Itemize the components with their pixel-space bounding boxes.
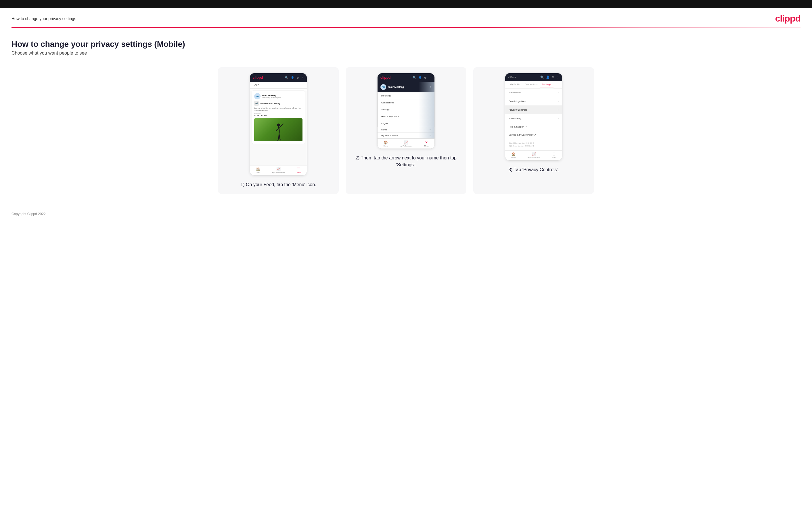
bottom-home-2: 🏠 Home [383, 140, 388, 147]
duration-value: 01 hr : 30 min [254, 115, 303, 117]
menu-arrow-up-icon: ∧ [429, 86, 432, 89]
phone-logo-1: clippd [253, 75, 263, 79]
bottom-home: 🏠 Home [256, 167, 260, 173]
tab-myprofile[interactable]: My Profile [507, 81, 522, 88]
menu-label: Menu [297, 172, 301, 173]
home-icon-3: 🏠 [511, 152, 515, 156]
menu-item-logout[interactable]: Logout [378, 120, 434, 127]
privacycontrols-label: Privacy Controls [509, 109, 527, 111]
golfer-silhouette [273, 123, 284, 141]
bottom-menu-3: ☰ Menu [552, 152, 556, 159]
settings-row-privacycontrols[interactable]: Privacy Controls › [505, 106, 562, 114]
myaccount-label: My Account [509, 91, 520, 94]
phone-bottom-bar-2: 🏠 Home 📈 My Performance ✕ Menu [377, 138, 435, 149]
feed-author-info: Blair McHarg Yesterday · Sunningdale [262, 94, 281, 99]
dots-icon-3: ⋮ [556, 75, 559, 79]
client-version: Clippd Client Version: 2022.8.3-3 [509, 142, 559, 145]
phone-nav-1: clippd 🔍 👤 ⊕ ⋮ [250, 73, 307, 82]
settings-tabs: My Profile Connections Settings [505, 81, 562, 89]
phone-nav-icons-1: 🔍 👤 ⊕ ⋮ [285, 76, 304, 79]
menu-section-home-label: Home [381, 128, 387, 131]
chevron-right-myaccount-icon: › [558, 91, 559, 94]
menu-user-left: BM Blair McHarg [380, 84, 404, 90]
performance-label-2: My Performance [400, 145, 412, 147]
menu-item-connections-label: Connections [381, 101, 394, 104]
header: How to change your privacy settings clip… [0, 8, 812, 27]
search-icon: 🔍 [285, 76, 289, 79]
phone-mockup-3: < Back 🔍 👤 ⊕ ⋮ My Profile Connections Se… [505, 73, 562, 161]
settings-row-myaccount[interactable]: My Account › [505, 89, 562, 97]
helpsupport-label: Help & Support ↗ [509, 125, 527, 128]
step-3-text: 3) Tap 'Privacy Controls'. [508, 166, 559, 173]
step-card-3: < Back 🔍 👤 ⊕ ⋮ My Profile Connections Se… [473, 67, 594, 194]
tab-settings[interactable]: Settings [540, 81, 554, 88]
feed-author-sub: Yesterday · Sunningdale [262, 97, 281, 99]
version-info: Clippd Client Version: 2022.8.3-3 SQL Se… [505, 139, 562, 150]
menu-item-settings[interactable]: Settings [378, 106, 434, 113]
menu-item-connections[interactable]: Connections [378, 99, 434, 106]
menu-items-list: My Profile Connections Settings Help & S… [377, 92, 435, 127]
menu-label-2: Menu [424, 145, 428, 147]
home-label-3: Home [511, 157, 515, 159]
menu-item-settings-label: Settings [381, 108, 390, 111]
chevron-right-privacy-icon: › [558, 108, 559, 111]
lesson-title: Lesson with Fordy [260, 102, 281, 105]
chevron-right-dataintegrations-icon: › [558, 100, 559, 103]
menu-user-avatar: BM [380, 84, 386, 90]
back-button[interactable]: < Back [508, 76, 516, 79]
logo: clippd [775, 13, 801, 24]
lesson-description: Looking to feel like my hands are exitin… [254, 107, 303, 112]
step-card-1: clippd 🔍 👤 ⊕ ⋮ Feed BM [218, 67, 339, 194]
phone-bottom-bar-1: 🏠 Home 📈 My Performance ☰ Menu [250, 165, 307, 175]
search-icon-2: 🔍 [413, 76, 416, 79]
home-label-2: Home [383, 145, 388, 147]
phone-nav-2: clippd 🔍 👤 ⊕ ⋮ [377, 73, 435, 82]
lesson-icon: 📹 [254, 101, 259, 106]
copyright-text: Copyright Clippd 2022 [11, 212, 46, 216]
chevron-right-golfbag-icon: › [558, 117, 559, 120]
dataintegrations-label: Data Integrations [509, 100, 526, 103]
feed-tab: Feed [250, 82, 307, 89]
menu-item-myprofile-label: My Profile [381, 95, 392, 97]
settings-row-mygolfbag[interactable]: My Golf Bag › [505, 114, 562, 123]
menu-item-helpsupport[interactable]: Help & Support ↗ [378, 113, 434, 120]
phone-bottom-bar-3: 🏠 Home 📈 My Performance ☰ Menu [505, 150, 562, 160]
sql-version: SQL Server Version: 2022.7.30-1 [509, 145, 559, 148]
settings-back-bar: < Back 🔍 👤 ⊕ ⋮ [505, 73, 562, 81]
search-icon-3: 🔍 [540, 75, 544, 79]
privacypolicy-label: Service & Privacy Policy ↗ [509, 133, 536, 136]
feed-post: BM Blair McHarg Yesterday · Sunningdale … [252, 91, 305, 144]
step-card-2: clippd 🔍 👤 ⊕ ⋮ BM Blair McHarg [346, 67, 466, 194]
feed-golfer-image [254, 118, 303, 141]
feed-lesson-header: 📹 Lesson with Fordy [254, 101, 303, 106]
page-title: How to change your privacy settings (Mob… [11, 40, 801, 49]
tab-connections[interactable]: Connections [522, 81, 540, 88]
dots-icon-2: ⋮ [429, 76, 432, 79]
menu-item-helpsupport-label: Help & Support ↗ [381, 115, 399, 118]
svg-line-2 [277, 139, 278, 140]
bottom-menu-2: ✕ Menu [424, 140, 428, 147]
home-icon: 🏠 [256, 167, 260, 171]
menu-icon: ☰ [297, 167, 300, 171]
steps-container: clippd 🔍 👤 ⊕ ⋮ Feed BM [11, 67, 801, 194]
circle-plus-icon-3: ⊕ [552, 75, 554, 79]
svg-line-1 [283, 123, 284, 124]
settings-row-helpsupport[interactable]: Help & Support ↗ [505, 123, 562, 131]
menu-item-myprofile[interactable]: My Profile [378, 93, 434, 99]
menu-label-3: Menu [552, 157, 556, 159]
circle-plus-icon-2: ⊕ [424, 76, 426, 79]
settings-row-dataintegrations[interactable]: Data Integrations › [505, 97, 562, 106]
performance-label: My Performance [272, 172, 285, 173]
menu-section-performance[interactable]: My Performance ∨ [377, 133, 435, 138]
menu-section-performance-label: My Performance [381, 134, 398, 137]
menu-section-home[interactable]: Home ∨ [377, 127, 435, 133]
settings-row-privacypolicy[interactable]: Service & Privacy Policy ↗ [505, 131, 562, 139]
person-icon: 👤 [291, 76, 294, 79]
performance-label-3: My Performance [527, 157, 540, 159]
top-bar [0, 0, 812, 8]
phone-nav-icons-3: 🔍 👤 ⊕ ⋮ [540, 75, 559, 79]
svg-point-0 [277, 123, 280, 126]
feed-author-name: Blair McHarg [262, 94, 281, 97]
dots-icon: ⋮ [301, 76, 304, 79]
footer: Copyright Clippd 2022 [0, 206, 812, 222]
